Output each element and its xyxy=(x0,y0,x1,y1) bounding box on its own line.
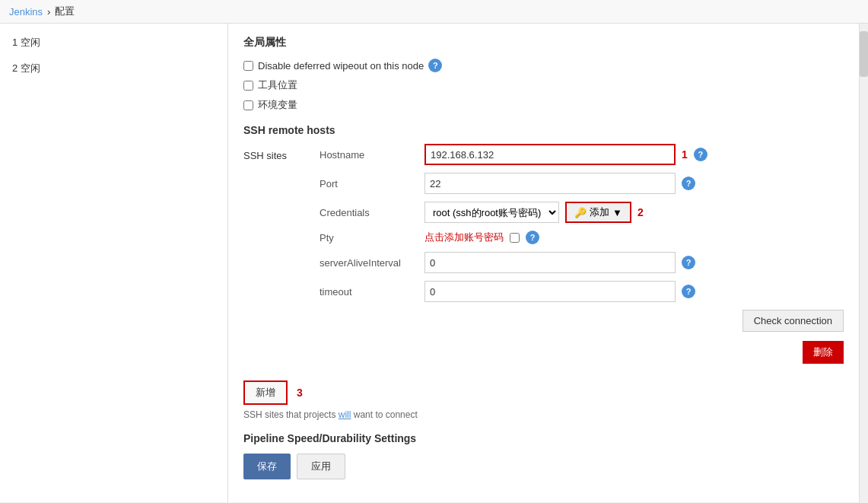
key-icon: 🔑 xyxy=(574,207,587,218)
disable-wipeout-label: Disable deferred wipeout on this node xyxy=(258,60,424,72)
server-alive-label: serverAliveInterval xyxy=(320,257,418,269)
dropdown-arrow-icon: ▼ xyxy=(612,207,622,218)
server-alive-help-icon[interactable]: ? xyxy=(682,256,695,269)
apply-button[interactable]: 应用 xyxy=(297,454,345,479)
delete-button[interactable]: 删除 xyxy=(803,341,844,364)
hostname-annotation: 1 xyxy=(682,148,688,161)
port-label: Port xyxy=(320,178,418,189)
timeout-row: timeout ? xyxy=(320,281,844,302)
ssh-sites-row: SSH sites Hostname 1 ? Port ? Crede xyxy=(243,144,844,373)
pipeline-title: Pipeline Speed/Durability Settings xyxy=(243,432,844,444)
hostname-label: Hostname xyxy=(320,149,418,161)
sidebar: 1 空闲 2 空闲 xyxy=(0,24,228,502)
credentials-row: Credentials root (ssh的root账号密码) 🔑 添加 ▼ 2 xyxy=(320,202,844,223)
env-vars-label: 环境变量 xyxy=(258,98,297,112)
ssh-remote-hosts-title: SSH remote hosts xyxy=(243,124,844,136)
save-button[interactable]: 保存 xyxy=(243,454,291,479)
hostname-row: Hostname 1 ? xyxy=(320,144,844,165)
disable-wipeout-row: Disable deferred wipeout on this node ? xyxy=(243,59,844,72)
server-alive-input[interactable] xyxy=(424,252,676,273)
check-connection-button[interactable]: Check connection xyxy=(742,310,844,332)
disable-wipeout-help-icon[interactable]: ? xyxy=(428,59,442,72)
breadcrumb-separator: › xyxy=(47,6,50,18)
credentials-annotation: 2 xyxy=(637,206,644,218)
port-help-icon[interactable]: ? xyxy=(682,177,695,190)
timeout-label: timeout xyxy=(320,286,418,298)
pty-label: Pty xyxy=(320,232,418,244)
outer-layout: 1 空闲 2 空闲 全局属性 Disable deferred wipeout … xyxy=(0,24,868,502)
ssh-sites-label: SSH sites xyxy=(243,144,304,161)
ssh-hint-link[interactable]: will xyxy=(339,409,351,420)
timeout-input[interactable] xyxy=(424,281,676,302)
add-credentials-button[interactable]: 🔑 添加 ▼ xyxy=(565,202,631,223)
sidebar-item-2[interactable]: 2 空闲 xyxy=(0,56,227,81)
config-label: 配置 xyxy=(55,5,75,18)
sidebar-item-1[interactable]: 1 空闲 xyxy=(0,30,227,56)
main-content: 全局属性 Disable deferred wipeout on this no… xyxy=(228,24,859,502)
action-buttons-row: Check connection xyxy=(320,310,844,338)
env-vars-checkbox[interactable] xyxy=(243,100,253,110)
jenkins-link[interactable]: Jenkins xyxy=(9,6,43,18)
port-row: Port ? xyxy=(320,173,844,194)
hostname-input[interactable] xyxy=(424,144,676,165)
top-bar: Jenkins › 配置 xyxy=(0,0,868,24)
credentials-label: Credentials xyxy=(320,207,418,218)
pty-help-icon[interactable]: ? xyxy=(526,231,539,244)
new-btn-container: 新增 3 xyxy=(243,380,844,405)
port-input[interactable] xyxy=(424,173,676,194)
server-alive-row: serverAliveInterval ? xyxy=(320,252,844,273)
env-vars-row: 环境变量 xyxy=(243,98,844,112)
timeout-help-icon[interactable]: ? xyxy=(682,285,695,298)
tool-location-row: 工具位置 xyxy=(243,78,844,92)
pty-click-text[interactable]: 点击添加账号密码 xyxy=(424,231,504,244)
pty-checkbox[interactable] xyxy=(510,233,520,243)
ssh-sites-form: Hostname 1 ? Port ? Credentials root (ss… xyxy=(320,144,844,373)
delete-row: 删除 xyxy=(320,341,844,370)
save-area: 保存 应用 xyxy=(243,454,844,479)
tool-location-checkbox[interactable] xyxy=(243,81,253,91)
ssh-hint: SSH sites that projects will want to con… xyxy=(243,409,844,420)
global-props-title: 全局属性 xyxy=(243,36,844,49)
pty-row: Pty 点击添加账号密码 ? xyxy=(320,231,844,244)
disable-wipeout-checkbox[interactable] xyxy=(243,61,253,71)
new-annotation: 3 xyxy=(297,387,303,399)
scrollbar-thumb[interactable] xyxy=(860,31,868,77)
new-button[interactable]: 新增 xyxy=(243,380,288,405)
add-label: 添加 xyxy=(590,205,609,219)
hostname-help-icon[interactable]: ? xyxy=(694,148,707,161)
tool-location-label: 工具位置 xyxy=(258,78,297,92)
scrollbar[interactable] xyxy=(859,24,868,502)
credentials-select[interactable]: root (ssh的root账号密码) xyxy=(424,202,559,223)
